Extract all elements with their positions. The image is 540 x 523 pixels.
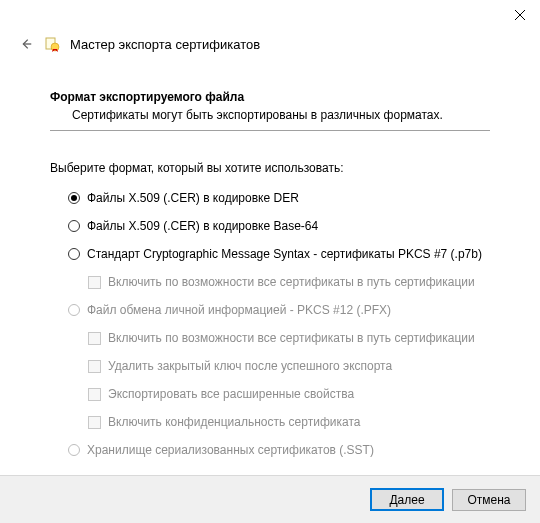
back-button[interactable] (18, 36, 34, 52)
radio-pkcs7-label: Стандарт Cryptographic Message Syntax - … (87, 247, 482, 261)
checkbox-pfx-privacy-label: Включить конфиденциальность сертификата (108, 415, 360, 429)
checkbox-pfx-delete-key: Удалить закрытый ключ после успешного эк… (88, 357, 490, 375)
radio-icon (68, 192, 80, 204)
checkbox-icon (88, 332, 101, 345)
format-options: Файлы X.509 (.CER) в кодировке DER Файлы… (68, 189, 490, 459)
radio-base64[interactable]: Файлы X.509 (.CER) в кодировке Base-64 (68, 217, 490, 235)
radio-base64-label: Файлы X.509 (.CER) в кодировке Base-64 (87, 219, 318, 233)
radio-icon (68, 220, 80, 232)
checkbox-icon (88, 276, 101, 289)
checkbox-pfx-ext-label: Экспортировать все расширенные свойства (108, 387, 354, 401)
close-icon (515, 10, 525, 20)
instruction-text: Выберите формат, который вы хотите испол… (50, 161, 490, 175)
checkbox-pfx-export-ext: Экспортировать все расширенные свойства (88, 385, 490, 403)
checkbox-pfx-chain-label: Включить по возможности все сертификаты … (108, 331, 475, 345)
radio-icon (68, 248, 80, 260)
checkbox-icon (88, 416, 101, 429)
checkbox-pfx-privacy: Включить конфиденциальность сертификата (88, 413, 490, 431)
wizard-header: Мастер экспорта сертификатов (0, 30, 540, 62)
cancel-button[interactable]: Отмена (452, 489, 526, 511)
next-button[interactable]: Далее (370, 488, 444, 511)
radio-icon (68, 304, 80, 316)
radio-sst: Хранилище сериализованных сертификатов (… (68, 441, 490, 459)
radio-der-label: Файлы X.509 (.CER) в кодировке DER (87, 191, 299, 205)
wizard-footer: Далее Отмена (0, 475, 540, 523)
radio-pkcs7[interactable]: Стандарт Cryptographic Message Syntax - … (68, 245, 490, 263)
section-description: Сертификаты могут быть экспортированы в … (72, 108, 490, 122)
radio-sst-label: Хранилище сериализованных сертификатов (… (87, 443, 374, 457)
titlebar (0, 0, 540, 30)
checkbox-icon (88, 388, 101, 401)
radio-icon (68, 444, 80, 456)
checkbox-pkcs7-include-chain: Включить по возможности все сертификаты … (88, 273, 490, 291)
checkbox-pkcs7-chain-label: Включить по возможности все сертификаты … (108, 275, 475, 289)
checkbox-icon (88, 360, 101, 373)
radio-pfx-label: Файл обмена личной информацией - PKCS #1… (87, 303, 391, 317)
checkbox-pfx-include-chain: Включить по возможности все сертификаты … (88, 329, 490, 347)
divider (50, 130, 490, 131)
radio-pfx: Файл обмена личной информацией - PKCS #1… (68, 301, 490, 319)
wizard-content: Формат экспортируемого файла Сертификаты… (0, 62, 540, 459)
checkbox-pfx-delete-label: Удалить закрытый ключ после успешного эк… (108, 359, 392, 373)
certificate-wizard-icon (44, 36, 60, 52)
close-button[interactable] (500, 1, 540, 29)
section-title: Формат экспортируемого файла (50, 90, 490, 104)
wizard-title: Мастер экспорта сертификатов (70, 37, 260, 52)
radio-der[interactable]: Файлы X.509 (.CER) в кодировке DER (68, 189, 490, 207)
back-arrow-icon (19, 37, 33, 51)
